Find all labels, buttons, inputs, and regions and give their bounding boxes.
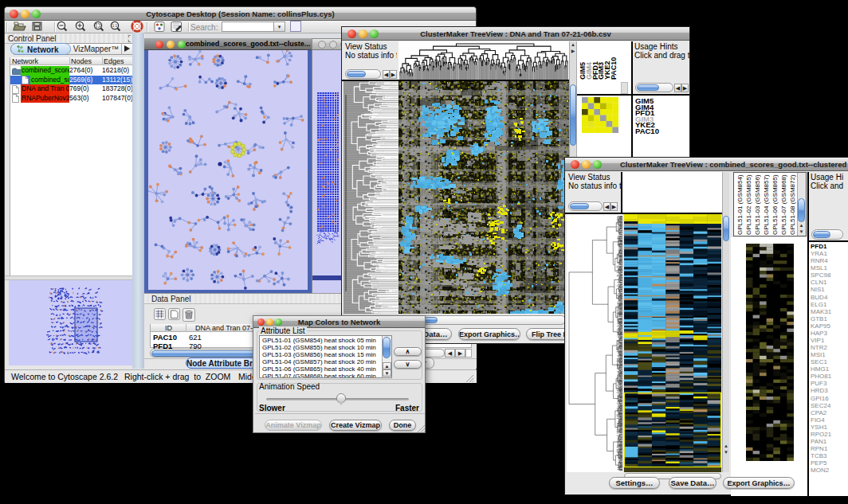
svg-text:1:1: 1:1 xyxy=(112,24,118,28)
